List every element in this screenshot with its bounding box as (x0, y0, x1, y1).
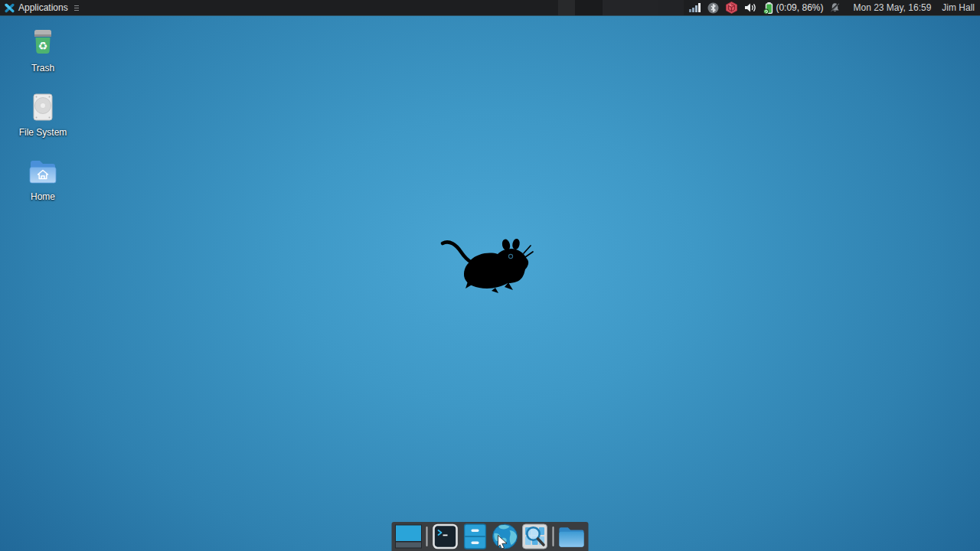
app-finder-icon (522, 523, 548, 549)
applications-menu-button[interactable]: Applications (0, 0, 83, 15)
dock-separator (553, 527, 554, 546)
filesystem-drive-icon (28, 90, 58, 126)
xfce-mouse-logo (431, 232, 535, 296)
folder-launcher[interactable] (558, 523, 586, 549)
network-signal-icon[interactable] (688, 2, 701, 13)
web-browser-launcher[interactable] (492, 523, 519, 549)
dock-separator (426, 527, 428, 546)
taskbar-segment (630, 0, 658, 15)
show-desktop-button[interactable] (395, 523, 423, 549)
file-cabinet-icon (464, 523, 487, 549)
battery-indicator[interactable]: (0:09, 86%) (763, 2, 823, 15)
clock[interactable]: Mon 23 May, 16:59 (853, 2, 931, 13)
applications-label: Applications (18, 2, 68, 13)
battery-text: (0:09, 86%) (776, 2, 823, 13)
desktop-screen: Applications (0, 0, 980, 551)
bottom-dock (392, 522, 589, 551)
user-menu[interactable]: Jim Hall (942, 2, 975, 13)
battery-charging-icon (763, 2, 774, 15)
file-manager-launcher[interactable] (462, 523, 489, 549)
desktop-icon-home[interactable]: Home (13, 155, 73, 207)
desktop-icon-label: Trash (31, 63, 54, 73)
desktop-icon-label: File System (19, 127, 67, 138)
home-folder-icon (28, 155, 58, 190)
terminal-launcher[interactable] (432, 523, 459, 549)
package-updates-icon[interactable] (725, 2, 738, 14)
taskbar-segment (658, 0, 684, 15)
taskbar-segment (575, 0, 603, 15)
notifications-muted-icon[interactable] (829, 2, 841, 13)
terminal-icon (433, 523, 459, 549)
system-tray: (0:09, 86%) Mon 23 May, 16:59 Jim Hall (684, 0, 980, 15)
desktop-icon-trash[interactable]: ♻ Trash (13, 26, 73, 78)
taskbar-segment (603, 0, 630, 15)
show-desktop-icon (395, 524, 423, 549)
top-panel: Applications (0, 0, 980, 16)
desktop-icon-column: ♻ Trash File System (13, 26, 73, 207)
web-browser-globe-icon (492, 523, 519, 550)
volume-icon[interactable] (744, 2, 757, 13)
taskbar-segment (558, 0, 575, 15)
panel-handle-icon (74, 5, 79, 11)
taskbar-area (83, 0, 684, 15)
bluetooth-icon[interactable] (707, 2, 719, 14)
app-finder-launcher[interactable] (521, 523, 549, 549)
svg-text:♻: ♻ (38, 40, 48, 52)
trash-icon: ♻ (28, 26, 58, 61)
xubuntu-logo-icon (5, 3, 15, 13)
desktop-icon-filesystem[interactable]: File System (13, 90, 73, 142)
folder-icon (558, 524, 586, 549)
desktop-icon-label: Home (31, 191, 55, 202)
